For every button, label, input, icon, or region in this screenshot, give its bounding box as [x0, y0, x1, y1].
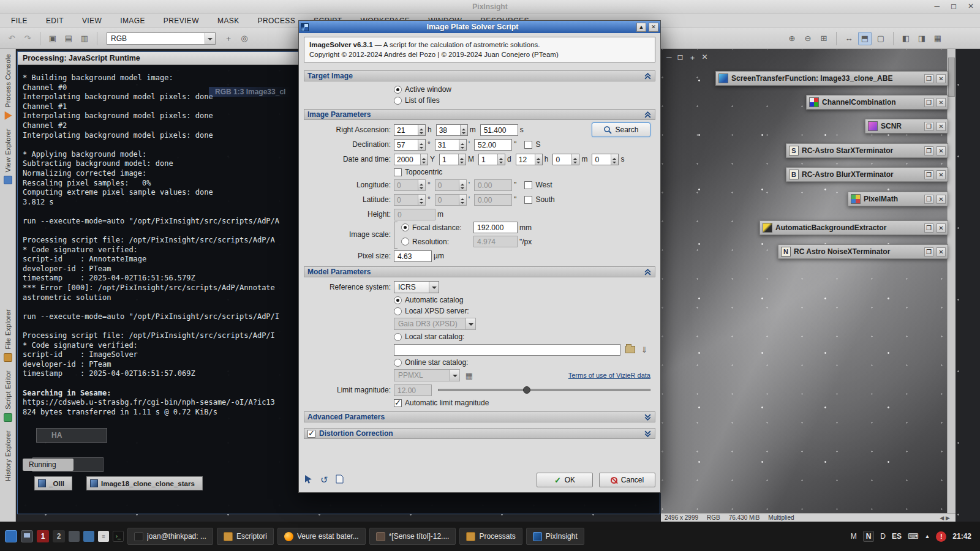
focal-distance-option[interactable]: Focal distance: 192.000 mm: [401, 222, 536, 233]
south-checkbox[interactable]: [524, 196, 532, 204]
month-spinner[interactable]: 1: [439, 154, 466, 165]
undo-icon[interactable]: ↶: [5, 32, 18, 45]
section-model-parameters[interactable]: Model Parameters: [304, 266, 655, 277]
hour-spinner[interactable]: 12: [516, 154, 543, 165]
panel-expand-icon[interactable]: ▲: [924, 533, 930, 539]
sidebar-item-script-editor[interactable]: Script Editor: [4, 370, 12, 422]
taskbar-window-button[interactable]: Veure estat bater...: [277, 528, 366, 545]
focal-distance-field[interactable]: 192.000: [473, 222, 518, 233]
spinner-arrows[interactable]: [418, 140, 425, 150]
info-icon[interactable]: ▦: [931, 32, 944, 45]
layers-icon[interactable]: ◨: [915, 32, 929, 45]
duplicate-icon[interactable]: ▤: [62, 32, 75, 45]
process-window[interactable]: B RC-Astro BlurXTerminator ❐ ✕: [786, 167, 948, 182]
taskbar-window-button[interactable]: Processats: [459, 528, 522, 545]
close-icon[interactable]: ✕: [937, 74, 946, 83]
editor-icon[interactable]: ≡: [98, 531, 109, 542]
close-icon[interactable]: ✕: [937, 195, 946, 204]
menu-item[interactable]: VIEW: [82, 17, 102, 25]
section-image-parameters[interactable]: Image Parameters: [304, 109, 655, 120]
fit-view-icon[interactable]: ⊞: [817, 32, 831, 45]
local-catalog-path-field[interactable]: [394, 344, 620, 356]
west-checkbox[interactable]: [524, 181, 532, 189]
expand-icon[interactable]: [644, 413, 652, 421]
online-star-catalog-option[interactable]: Online star catalog:: [394, 357, 655, 368]
process-window[interactable]: AutomaticBackgroundExtractor ❐ ✕: [760, 220, 948, 235]
ra-seconds-field[interactable]: 51.400: [480, 124, 518, 136]
redo-icon[interactable]: ↷: [21, 32, 34, 45]
sidebar-item-process-console[interactable]: Process Console: [4, 54, 12, 120]
radio-local-star-catalog[interactable]: [394, 333, 402, 341]
local-star-catalog-option[interactable]: Local star catalog:: [394, 331, 655, 342]
terminal-launcher-icon[interactable]: ›_: [113, 531, 124, 542]
process-window[interactable]: ChannelCombination ❐ ✕: [806, 95, 948, 110]
restore-icon[interactable]: ❐: [924, 74, 933, 83]
auto-limit-option[interactable]: Automatic limit magnitude: [394, 397, 655, 408]
dec-south-checkbox[interactable]: [524, 141, 532, 149]
tray-indicator-m[interactable]: M: [851, 532, 857, 541]
minimized-image-ha[interactable]: HA: [36, 428, 107, 443]
second-spinner[interactable]: 0: [592, 154, 619, 165]
spinner-arrows[interactable]: [458, 154, 466, 165]
spinner-arrows[interactable]: [460, 125, 467, 135]
process-window[interactable]: N RC Astro NoiseXTerminator ❐ ✕: [778, 244, 948, 259]
screen-stretch-icon[interactable]: ⬒: [858, 32, 872, 45]
file-manager-icon[interactable]: [69, 531, 80, 542]
restore-icon[interactable]: ❐: [924, 98, 933, 107]
minimize-icon[interactable]: ─: [934, 2, 940, 10]
reset-icon[interactable]: ↺: [320, 474, 328, 485]
ok-button[interactable]: ✓ OK: [537, 473, 593, 487]
pixel-size-field[interactable]: 4.63: [394, 250, 432, 262]
close-icon[interactable]: ✕: [937, 146, 946, 156]
minimized-image-image18[interactable]: Image18_clone_clone_stars: [86, 476, 203, 490]
section-distortion-correction[interactable]: Distortion Correction: [304, 428, 655, 439]
dec-degrees-spinner[interactable]: 57: [394, 139, 426, 151]
restore-icon[interactable]: ❐: [924, 247, 933, 257]
minute-spinner[interactable]: 0: [552, 154, 579, 165]
menu-item[interactable]: IMAGE: [120, 17, 145, 25]
app-menu-icon[interactable]: [5, 530, 17, 542]
minimize-icon[interactable]: ─: [666, 53, 672, 63]
year-spinner[interactable]: 2000: [394, 154, 428, 165]
maximize-icon[interactable]: ◻: [951, 2, 957, 10]
close-icon[interactable]: ✕: [937, 223, 946, 233]
pan-icon[interactable]: ↔: [842, 32, 856, 45]
dec-minutes-spinner[interactable]: 31: [435, 139, 467, 151]
scrollbar-thumb[interactable]: [948, 58, 955, 97]
topocentric-option[interactable]: Topocentric: [394, 167, 655, 178]
spinner-arrows[interactable]: [418, 125, 425, 135]
spinner-arrows[interactable]: [497, 154, 505, 165]
taskbar-window-button[interactable]: *[Sense títol]-12....: [369, 528, 456, 545]
target-icon[interactable]: ◎: [238, 32, 251, 45]
ra-hours-spinner[interactable]: 21: [394, 124, 426, 136]
rollup-icon[interactable]: ▲: [636, 23, 646, 32]
close-icon[interactable]: ✕: [937, 170, 946, 179]
process-window[interactable]: S RC-Astro StarXTerminator ❐ ✕: [786, 143, 948, 158]
collapse-icon[interactable]: [644, 268, 652, 276]
process-window[interactable]: SCNR ❐ ✕: [865, 119, 948, 133]
scroll-arrows[interactable]: ◀▶: [940, 515, 952, 521]
zoom-in-icon[interactable]: ⊕: [785, 32, 799, 45]
automatic-catalog-option[interactable]: Automatic catalog: [394, 294, 655, 305]
mask-icon[interactable]: ◧: [899, 32, 913, 45]
close-icon[interactable]: ✕: [968, 2, 974, 10]
auto-limit-checkbox[interactable]: [394, 399, 402, 407]
close-icon[interactable]: ✕: [937, 122, 946, 131]
chevron-down-icon[interactable]: [429, 282, 439, 293]
radio-resolution[interactable]: [401, 238, 409, 246]
restore-icon[interactable]: ❐: [924, 223, 933, 233]
local-xpsd-option[interactable]: Local XPSD server:: [394, 305, 655, 317]
minimized-image-oiii[interactable]: _OIII: [34, 476, 72, 490]
keyboard-icon[interactable]: ⌨: [908, 532, 918, 541]
settings-icon[interactable]: [83, 531, 94, 542]
radio-local-xpsd[interactable]: [394, 307, 402, 315]
close-icon[interactable]: ✕: [649, 23, 658, 32]
menu-item[interactable]: PREVIEW: [164, 17, 199, 25]
vizier-terms-link[interactable]: Terms of use of VizieR data: [568, 372, 650, 379]
taskbar-window-button[interactable]: PixInsight: [526, 528, 584, 545]
sidebar-item-file-explorer[interactable]: File Explorer: [4, 309, 12, 362]
restore-icon[interactable]: ❐: [924, 122, 933, 131]
copy-icon[interactable]: ▣: [46, 32, 59, 45]
tray-indicator-n[interactable]: N: [863, 531, 875, 542]
search-button[interactable]: Search: [592, 122, 650, 137]
